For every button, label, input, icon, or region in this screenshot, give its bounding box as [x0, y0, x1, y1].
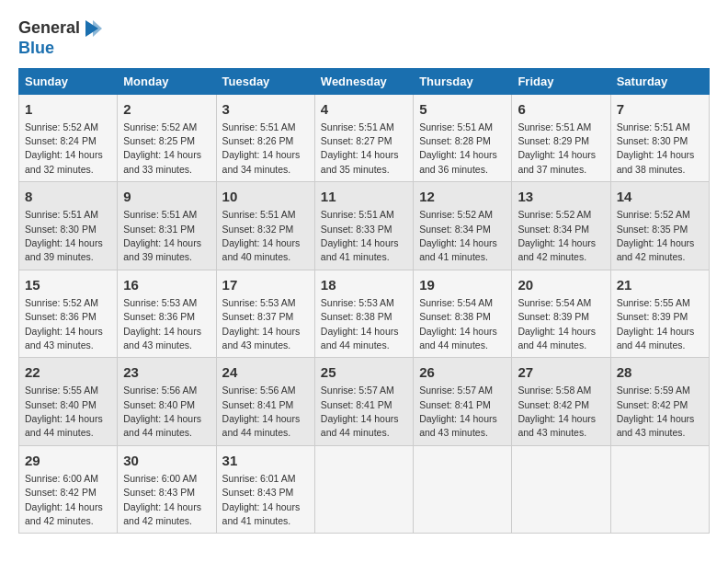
calendar-cell: 25Sunrise: 5:57 AMSunset: 8:41 PMDayligh…	[314, 358, 413, 446]
calendar-cell: 9Sunrise: 5:51 AMSunset: 8:31 PMDaylight…	[118, 182, 216, 270]
day-number: 4	[321, 99, 407, 119]
day-number: 25	[321, 362, 407, 382]
day-number: 6	[518, 99, 604, 119]
calendar-cell: 19Sunrise: 5:54 AMSunset: 8:38 PMDayligh…	[414, 270, 512, 358]
calendar-cell: 20Sunrise: 5:54 AMSunset: 8:39 PMDayligh…	[512, 270, 610, 358]
day-number: 19	[419, 275, 506, 294]
day-info: Sunrise: 5:51 AMSunset: 8:26 PMDaylight:…	[222, 121, 301, 175]
day-info: Sunrise: 5:54 AMSunset: 8:39 PMDaylight:…	[518, 297, 596, 350]
day-number: 17	[222, 275, 309, 294]
day-info: Sunrise: 5:51 AMSunset: 8:32 PMDaylight:…	[222, 209, 301, 262]
calendar-week-4: 22Sunrise: 5:55 AMSunset: 8:40 PMDayligh…	[19, 358, 710, 446]
calendar-cell: 6Sunrise: 5:51 AMSunset: 8:29 PMDaylight…	[512, 94, 610, 182]
calendar-week-2: 8Sunrise: 5:51 AMSunset: 8:30 PMDaylight…	[19, 182, 710, 270]
header-tuesday: Tuesday	[216, 68, 314, 94]
calendar-cell: 16Sunrise: 5:53 AMSunset: 8:36 PMDayligh…	[118, 270, 216, 358]
day-info: Sunrise: 5:51 AMSunset: 8:33 PMDaylight:…	[321, 209, 399, 262]
day-info: Sunrise: 5:53 AMSunset: 8:37 PMDaylight:…	[222, 297, 301, 350]
calendar-cell: 15Sunrise: 5:52 AMSunset: 8:36 PMDayligh…	[19, 270, 118, 358]
day-number: 28	[617, 362, 703, 382]
calendar-cell: 26Sunrise: 5:57 AMSunset: 8:41 PMDayligh…	[414, 358, 512, 446]
calendar-cell: 18Sunrise: 5:53 AMSunset: 8:38 PMDayligh…	[314, 270, 413, 358]
calendar-cell: 21Sunrise: 5:55 AMSunset: 8:39 PMDayligh…	[610, 270, 709, 358]
calendar-header-row: SundayMondayTuesdayWednesdayThursdayFrid…	[19, 68, 710, 94]
day-info: Sunrise: 5:57 AMSunset: 8:41 PMDaylight:…	[321, 385, 399, 438]
day-info: Sunrise: 5:51 AMSunset: 8:31 PMDaylight:…	[123, 209, 201, 262]
day-info: Sunrise: 5:53 AMSunset: 8:36 PMDaylight:…	[123, 297, 201, 350]
day-info: Sunrise: 5:52 AMSunset: 8:36 PMDaylight:…	[25, 297, 103, 350]
calendar-cell: 10Sunrise: 5:51 AMSunset: 8:32 PMDayligh…	[216, 182, 314, 270]
calendar-cell	[414, 445, 512, 534]
header-friday: Friday	[512, 68, 610, 94]
logo-blue: Blue	[18, 39, 54, 59]
day-info: Sunrise: 5:51 AMSunset: 8:30 PMDaylight:…	[25, 209, 103, 262]
day-info: Sunrise: 5:59 AMSunset: 8:42 PMDaylight:…	[617, 385, 695, 438]
day-number: 10	[222, 187, 309, 206]
day-number: 16	[123, 275, 210, 294]
day-info: Sunrise: 6:01 AMSunset: 8:43 PMDaylight:…	[222, 473, 301, 526]
day-info: Sunrise: 5:53 AMSunset: 8:38 PMDaylight:…	[321, 297, 399, 350]
calendar-cell: 7Sunrise: 5:51 AMSunset: 8:30 PMDaylight…	[610, 94, 709, 182]
day-number: 20	[518, 275, 604, 294]
calendar-table: SundayMondayTuesdayWednesdayThursdayFrid…	[18, 68, 710, 534]
day-number: 12	[419, 187, 506, 206]
day-info: Sunrise: 5:51 AMSunset: 8:29 PMDaylight:…	[518, 121, 596, 175]
day-info: Sunrise: 5:57 AMSunset: 8:41 PMDaylight:…	[419, 385, 497, 438]
calendar-cell: 2Sunrise: 5:52 AMSunset: 8:25 PMDaylight…	[118, 94, 216, 182]
day-number: 30	[123, 451, 210, 470]
day-number: 8	[25, 187, 111, 206]
logo-general: General	[18, 18, 80, 39]
day-info: Sunrise: 5:51 AMSunset: 8:28 PMDaylight:…	[419, 121, 497, 175]
logo: General Blue	[18, 18, 102, 59]
day-number: 1	[25, 99, 111, 119]
day-number: 2	[123, 99, 210, 119]
calendar-cell: 13Sunrise: 5:52 AMSunset: 8:34 PMDayligh…	[512, 182, 610, 270]
day-info: Sunrise: 5:52 AMSunset: 8:35 PMDaylight:…	[617, 209, 695, 262]
day-number: 23	[123, 362, 210, 382]
calendar-cell	[314, 445, 413, 534]
day-number: 31	[222, 451, 309, 470]
day-number: 22	[25, 362, 111, 382]
calendar-cell: 5Sunrise: 5:51 AMSunset: 8:28 PMDaylight…	[414, 94, 512, 182]
calendar-week-1: 1Sunrise: 5:52 AMSunset: 8:24 PMDaylight…	[19, 94, 710, 182]
day-info: Sunrise: 5:51 AMSunset: 8:30 PMDaylight:…	[617, 121, 695, 175]
logo-arrow-icon	[82, 18, 102, 39]
calendar-cell: 27Sunrise: 5:58 AMSunset: 8:42 PMDayligh…	[512, 358, 610, 446]
day-number: 26	[419, 362, 506, 382]
day-info: Sunrise: 5:51 AMSunset: 8:27 PMDaylight:…	[321, 121, 399, 175]
day-info: Sunrise: 5:52 AMSunset: 8:34 PMDaylight:…	[518, 209, 596, 262]
day-info: Sunrise: 6:00 AMSunset: 8:43 PMDaylight:…	[123, 473, 201, 526]
calendar-cell: 3Sunrise: 5:51 AMSunset: 8:26 PMDaylight…	[216, 94, 314, 182]
calendar-cell: 11Sunrise: 5:51 AMSunset: 8:33 PMDayligh…	[314, 182, 413, 270]
calendar-cell: 22Sunrise: 5:55 AMSunset: 8:40 PMDayligh…	[19, 358, 118, 446]
day-number: 14	[617, 187, 703, 206]
calendar-cell	[610, 445, 709, 534]
day-info: Sunrise: 5:56 AMSunset: 8:40 PMDaylight:…	[123, 385, 201, 438]
header-saturday: Saturday	[610, 68, 709, 94]
day-info: Sunrise: 5:58 AMSunset: 8:42 PMDaylight:…	[518, 385, 596, 438]
calendar-cell: 30Sunrise: 6:00 AMSunset: 8:43 PMDayligh…	[118, 445, 216, 534]
page-header: General Blue	[18, 18, 710, 59]
calendar-week-3: 15Sunrise: 5:52 AMSunset: 8:36 PMDayligh…	[19, 270, 710, 358]
day-number: 15	[25, 275, 111, 294]
day-info: Sunrise: 5:52 AMSunset: 8:25 PMDaylight:…	[123, 121, 201, 175]
calendar-week-5: 29Sunrise: 6:00 AMSunset: 8:42 PMDayligh…	[19, 445, 710, 534]
day-number: 9	[123, 187, 210, 206]
day-info: Sunrise: 5:55 AMSunset: 8:39 PMDaylight:…	[617, 297, 695, 350]
day-number: 29	[25, 451, 111, 470]
calendar-cell	[512, 445, 610, 534]
day-info: Sunrise: 5:52 AMSunset: 8:24 PMDaylight:…	[25, 121, 103, 175]
header-sunday: Sunday	[19, 68, 118, 94]
day-number: 13	[518, 187, 604, 206]
calendar-cell: 29Sunrise: 6:00 AMSunset: 8:42 PMDayligh…	[19, 445, 118, 534]
calendar-cell: 4Sunrise: 5:51 AMSunset: 8:27 PMDaylight…	[314, 94, 413, 182]
calendar-cell: 24Sunrise: 5:56 AMSunset: 8:41 PMDayligh…	[216, 358, 314, 446]
calendar-cell: 8Sunrise: 5:51 AMSunset: 8:30 PMDaylight…	[19, 182, 118, 270]
day-number: 5	[419, 99, 506, 119]
calendar-cell: 31Sunrise: 6:01 AMSunset: 8:43 PMDayligh…	[216, 445, 314, 534]
day-info: Sunrise: 5:56 AMSunset: 8:41 PMDaylight:…	[222, 385, 301, 438]
day-number: 3	[222, 99, 309, 119]
day-info: Sunrise: 6:00 AMSunset: 8:42 PMDaylight:…	[25, 473, 103, 526]
day-number: 21	[617, 275, 703, 294]
calendar-cell: 12Sunrise: 5:52 AMSunset: 8:34 PMDayligh…	[414, 182, 512, 270]
